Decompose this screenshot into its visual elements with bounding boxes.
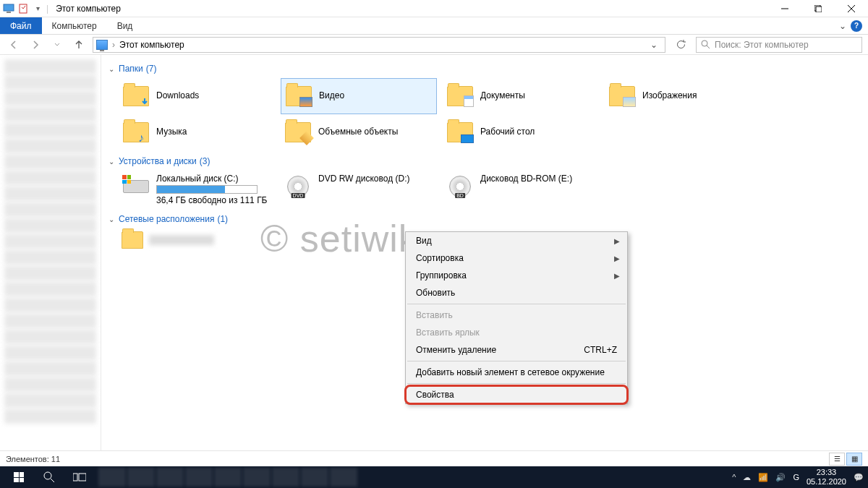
tab-computer[interactable]: Компьютер — [42, 17, 107, 34]
nav-pane[interactable] — [0, 55, 101, 450]
ctx-undo-delete[interactable]: Отменить удалениеCTRL+Z — [406, 341, 627, 359]
taskbar-app[interactable] — [127, 468, 155, 487]
taskbar-app[interactable] — [301, 468, 328, 487]
ribbon-expand-icon[interactable]: ⌄ — [839, 21, 846, 31]
recent-dropdown-icon[interactable] — [49, 37, 65, 53]
minimize-button[interactable] — [768, 0, 801, 17]
ctx-group[interactable]: Группировка▶ — [406, 267, 627, 284]
svg-line-9 — [707, 46, 710, 48]
folder-documents[interactable]: Документы — [443, 78, 599, 114]
group-label: Сетевые расположения — [119, 214, 214, 224]
breadcrumb-separator[interactable]: › — [112, 40, 115, 50]
ctx-sort[interactable]: Сортировка▶ — [406, 249, 627, 267]
address-dropdown-icon[interactable]: ⌄ — [650, 40, 658, 50]
search-box[interactable] — [696, 37, 862, 53]
folder-desktop[interactable]: Рабочий стол — [443, 114, 599, 150]
title-bar: ▾ | Этот компьютер — [0, 0, 868, 17]
chevron-down-icon[interactable]: ⌄ — [107, 158, 116, 166]
tray-clock[interactable]: 23:33 05.12.2020 — [807, 468, 846, 487]
group-label: Папки — [119, 64, 143, 74]
ctx-refresh[interactable]: Обновить — [406, 284, 627, 301]
chevron-down-icon[interactable]: ⌄ — [107, 215, 116, 223]
svg-point-10 — [44, 472, 51, 479]
svg-line-11 — [51, 479, 54, 482]
drive-label: DVD RW дисковод (D:) — [318, 174, 434, 184]
chevron-right-icon: ▶ — [614, 254, 620, 262]
drive-d[interactable]: DVD DVD RW дисковод (D:) — [281, 171, 437, 208]
status-bar: Элементов: 11 ☰ ▦ — [0, 450, 868, 466]
drive-subtext: 36,4 ГБ свободно из 111 ГБ — [156, 195, 272, 205]
drive-label: Дисковод BD-ROM (E:) — [480, 174, 596, 184]
ctx-separator — [407, 361, 626, 361]
taskbar-app[interactable] — [214, 468, 242, 487]
address-bar[interactable]: › Этот компьютер ⌄ — [93, 37, 665, 53]
refresh-icon[interactable] — [676, 40, 686, 50]
view-tiles-button[interactable]: ▦ — [846, 453, 862, 466]
action-center-icon[interactable]: 💬 — [854, 473, 864, 482]
this-pc-icon — [3, 3, 14, 14]
ctx-view[interactable]: Вид▶ — [406, 232, 627, 249]
back-button[interactable] — [6, 37, 22, 53]
properties-icon[interactable] — [17, 3, 29, 14]
svg-rect-0 — [4, 4, 14, 11]
folder-video[interactable]: Видео — [281, 78, 437, 114]
drive-label: Локальный диск (C:) — [156, 174, 272, 184]
svg-rect-12 — [73, 474, 77, 481]
chevron-down-icon[interactable]: ⌄ — [107, 65, 116, 73]
tray-time: 23:33 — [807, 468, 846, 477]
taskbar-app[interactable] — [243, 468, 271, 487]
taskbar-app[interactable] — [98, 468, 126, 487]
tray-network-icon[interactable]: 📶 — [758, 473, 768, 482]
tab-file[interactable]: Файл — [0, 17, 42, 34]
status-count-label: Элементов: — [6, 455, 49, 463]
ribbon: Файл Компьютер Вид ⌄ ? — [0, 17, 868, 35]
task-view-icon[interactable] — [65, 466, 94, 488]
folder-label: Видео — [319, 90, 344, 102]
up-button[interactable] — [71, 37, 87, 53]
group-header-folders[interactable]: ⌄ Папки (7) — [107, 64, 862, 74]
taskbar-app[interactable] — [272, 468, 299, 487]
ctx-separator — [407, 383, 626, 384]
view-details-button[interactable]: ☰ — [829, 453, 845, 466]
folder-music[interactable]: ♪ Музыка — [119, 114, 275, 150]
system-tray: ^ ☁ 📶 🔊 G 23:33 05.12.2020 💬 — [732, 468, 864, 487]
folder-downloads[interactable]: Downloads — [119, 78, 275, 114]
ctx-properties[interactable]: Свойства — [406, 386, 627, 403]
folder-label: Объемные объекты — [318, 127, 398, 138]
tray-chevron-icon[interactable]: ^ — [732, 473, 736, 481]
close-button[interactable] — [835, 0, 868, 17]
start-button[interactable] — [4, 466, 33, 488]
svg-rect-13 — [79, 474, 86, 481]
folder-3d-objects[interactable]: Объемные объекты — [281, 114, 437, 150]
status-count-value: 11 — [51, 455, 60, 463]
tray-onedrive-icon[interactable]: ☁ — [743, 473, 751, 482]
taskbar-app[interactable] — [330, 468, 357, 487]
taskbar-app[interactable] — [185, 468, 213, 487]
chevron-right-icon: ▶ — [614, 237, 620, 245]
svg-rect-5 — [816, 7, 822, 12]
ctx-add-network-location[interactable]: Добавить новый элемент в сетевое окружен… — [406, 364, 627, 381]
chevron-right-icon: ▶ — [614, 272, 620, 280]
maximize-button[interactable] — [801, 0, 835, 17]
folder-label: Музыка — [156, 127, 187, 138]
tab-view[interactable]: Вид — [107, 17, 143, 34]
folder-label: Downloads — [156, 90, 199, 102]
taskbar-apps — [98, 468, 357, 487]
group-count: (1) — [217, 214, 228, 224]
window-controls — [768, 0, 868, 17]
folder-label: Документы — [480, 90, 525, 102]
group-header-devices[interactable]: ⌄ Устройства и диски (3) — [107, 156, 862, 166]
forward-button[interactable] — [27, 37, 43, 53]
help-icon[interactable]: ? — [851, 20, 862, 32]
tray-language[interactable]: G — [793, 473, 799, 481]
drive-e[interactable]: BD Дисковод BD-ROM (E:) — [443, 171, 599, 208]
taskbar-search-icon[interactable] — [35, 466, 64, 488]
tray-volume-icon[interactable]: 🔊 — [775, 473, 786, 482]
breadcrumb-item[interactable]: Этот компьютер — [119, 40, 184, 50]
drive-c[interactable]: Локальный диск (C:) 36,4 ГБ свободно из … — [119, 171, 275, 208]
search-input[interactable] — [715, 40, 857, 50]
qat-dropdown-icon[interactable]: ▾ — [32, 3, 43, 14]
group-header-network[interactable]: ⌄ Сетевые расположения (1) — [107, 214, 862, 224]
folder-images[interactable]: Изображения — [605, 78, 761, 114]
taskbar-app[interactable] — [156, 468, 184, 487]
